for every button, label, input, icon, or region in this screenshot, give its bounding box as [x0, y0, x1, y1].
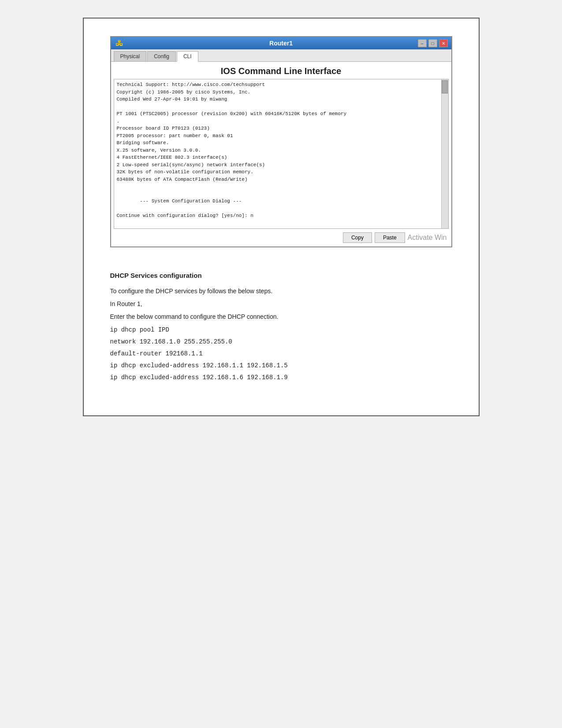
tab-config[interactable]: Config	[147, 51, 176, 61]
cli-line-11: 32K bytes of non-volatile configuration …	[117, 169, 253, 175]
doc-code-4: ip dhcp excluded-address 192.168.1.6 192…	[110, 372, 452, 383]
activate-windows-text: Activate Win	[408, 234, 447, 242]
doc-para-1: In Router 1,	[110, 299, 452, 310]
window-title: Router1	[269, 40, 293, 47]
cli-line-5: Processor board ID PT0123 (0123)	[117, 126, 210, 131]
cli-line-continue: Continue with configuration dialog? [yes…	[117, 213, 253, 218]
tab-cli[interactable]: CLI	[177, 51, 198, 62]
maximize-button[interactable]: □	[428, 39, 437, 47]
paste-button[interactable]: Paste	[375, 232, 405, 243]
window-controls: – □ ✕	[418, 39, 448, 47]
doc-heading: DHCP Services configuration	[110, 269, 452, 281]
cli-line-9: 4 FastEthernet/IEEE 802.3 interface(s)	[117, 155, 227, 160]
doc-para-2: Enter the below command to configure the…	[110, 311, 452, 322]
cli-line-8: X.25 software, Version 3.0.0.	[117, 148, 201, 153]
cli-line-7: Bridging software.	[117, 140, 169, 146]
ios-header: IOS Command Line Interface	[111, 62, 451, 79]
minimize-button[interactable]: –	[418, 39, 427, 47]
doc-code-0: ip dhcp pool IPD	[110, 325, 452, 336]
cli-scrollbar[interactable]	[441, 79, 448, 228]
doc-code-2: default-router 192168.1.1	[110, 348, 452, 359]
router-titlebar: 🖧 Router1 – □ ✕	[111, 37, 451, 49]
cli-line-2: Copyright (c) 1986-2005 by cisco Systems…	[117, 90, 251, 95]
cli-line-12: 63488K bytes of ATA CompactFlash (Read/W…	[117, 177, 248, 182]
doc-code-1: network 192.168.1.0 255.255.255.0	[110, 336, 452, 347]
document-content: DHCP Services configuration To configure…	[110, 265, 452, 389]
tab-physical[interactable]: Physical	[114, 51, 147, 61]
cli-line-6: PT2005 processor: part number 0, mask 01	[117, 133, 233, 138]
cli-line-10: 2 Low-speed serial(sync/async) network i…	[117, 162, 265, 168]
doc-code-3: ip dhcp excluded-address 192.168.1.1 192…	[110, 360, 452, 371]
cli-output: Technical Support: http://www.cisco.com/…	[114, 79, 441, 228]
router-window: 🖧 Router1 – □ ✕ Physical Config CLI IOS …	[110, 36, 452, 247]
doc-para-0: To configure the DHCP services by follow…	[110, 286, 452, 297]
cli-line-sys: --- System Configuration Dialog ---	[117, 198, 242, 204]
copy-button[interactable]: Copy	[343, 232, 372, 243]
cli-bottom-bar: Copy Paste Activate Win	[111, 229, 451, 246]
cli-terminal[interactable]: Technical Support: http://www.cisco.com/…	[114, 79, 449, 229]
router-icon: 🖧	[115, 39, 123, 48]
tab-bar: Physical Config CLI	[111, 49, 451, 62]
cli-line-1: Technical Support: http://www.cisco.com/…	[117, 82, 265, 87]
cli-line-4: PT 1001 (PTSC2005) processor (revision 0…	[117, 111, 347, 116]
page-container: 🖧 Router1 – □ ✕ Physical Config CLI IOS …	[83, 18, 480, 416]
cli-line-dot: .	[117, 119, 120, 124]
close-button[interactable]: ✕	[439, 39, 448, 47]
cli-line-3: Compiled Wed 27-Apr-04 19:01 by miwang	[117, 97, 227, 102]
scrollbar-thumb[interactable]	[442, 80, 448, 93]
